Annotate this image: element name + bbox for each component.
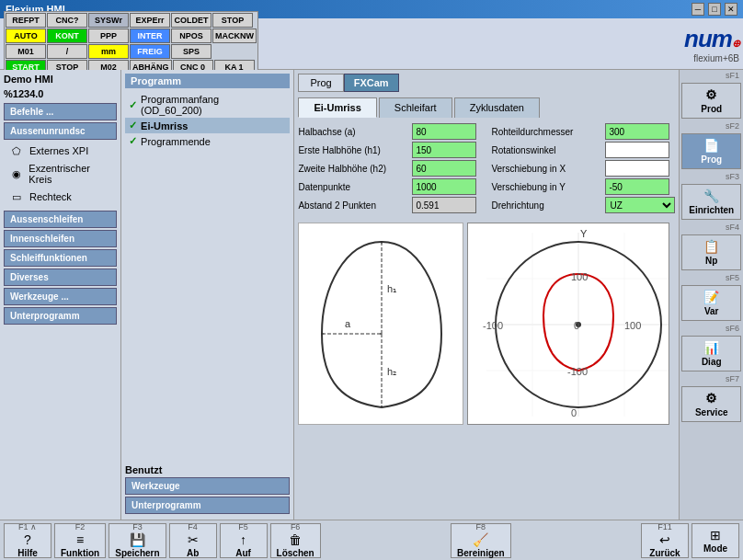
kont-button[interactable]: KONT [47, 29, 87, 43]
tab-eiumriss[interactable]: Ei-Umriss [298, 97, 376, 118]
bereinigen-label: Bereinigen [457, 548, 505, 558]
form-row-h1: Erste Halbhöhe (h1) [298, 142, 476, 158]
egg-diagram: h₁ h₂ a [298, 223, 463, 425]
auf-button[interactable]: F5 ↑ Auf [220, 523, 268, 558]
speichern-button[interactable]: F3 💾 Speichern [109, 523, 166, 558]
inter-button[interactable]: INTER [130, 29, 170, 43]
aussenschleifen-button[interactable]: Aussenschleifen [4, 211, 117, 228]
bc-prog[interactable]: Prog [298, 74, 343, 92]
macknw-button[interactable]: MACKNW [212, 29, 257, 43]
refpt-button[interactable]: REFPT [6, 13, 46, 28]
bc-fxcam[interactable]: FXCam [344, 74, 399, 92]
zuruck-button[interactable]: F11 ↩ Zurück [641, 523, 689, 558]
stop-button[interactable]: STOP [212, 13, 253, 28]
left-item-exzentrischer[interactable]: ◉ Exzentrischer Kreis [4, 161, 117, 187]
input-a[interactable] [412, 123, 476, 140]
breadcrumb: Prog FXCam [298, 74, 675, 92]
werkzeuge-button[interactable]: Werkzeuge ... [4, 288, 117, 305]
cnc-button[interactable]: CNC? [47, 13, 87, 28]
right-sidebar: sF1 ⚙ Prod sF2 📄 Prog sF3 🔧 Einrichten s… [679, 70, 743, 520]
slash-button[interactable]: / [47, 44, 87, 59]
coldet-button[interactable]: COLDET [171, 13, 211, 28]
sf1-label: sF1 [680, 70, 743, 81]
svg-text:h₁: h₁ [387, 283, 396, 294]
sps-button[interactable]: SPS [171, 44, 211, 59]
sidebar-service-button[interactable]: ⚙ Service [681, 386, 741, 422]
unterprogramm-button[interactable]: Unterprogramm [4, 307, 117, 325]
f4-label: F4 [188, 522, 198, 531]
freig-button[interactable]: FREIG [130, 44, 170, 59]
input-abstand[interactable] [412, 197, 476, 213]
input-datenpunkte[interactable] [412, 178, 476, 195]
befehle-button[interactable]: Befehle ... [4, 103, 117, 120]
unterprogramm-mid-button[interactable]: Unterprogramm [125, 497, 290, 514]
mm-button[interactable]: mm [88, 44, 129, 59]
sysw-button[interactable]: SYSWr [88, 13, 129, 28]
logo-area: num⊕ flexium+6B [684, 25, 739, 63]
left-item-label: Exzentrischer Kreis [29, 163, 113, 185]
loschen-button[interactable]: F6 🗑 Löschen [270, 523, 321, 558]
minimize-button[interactable]: ─ [692, 3, 704, 16]
diverses-button[interactable]: Diverses [4, 269, 117, 286]
prog-item-anfang[interactable]: ✓ Programmanfang(OD_60_200) [125, 92, 290, 118]
ab-button[interactable]: F4 ✂ Ab [169, 523, 217, 558]
werkzeuge-mid-button[interactable]: Werkzeuge [125, 477, 290, 495]
innenschleifen-button[interactable]: Innenschleifen [4, 230, 117, 247]
svg-text:a: a [345, 318, 351, 329]
svg-text:0: 0 [571, 407, 577, 418]
sf2-label: sF2 [680, 120, 743, 131]
svg-text:0: 0 [574, 320, 579, 331]
m01-button[interactable]: M01 [6, 44, 46, 59]
sidebar-prod-button[interactable]: ⚙ Prod [681, 83, 741, 119]
hilfe-label: Hilfe [17, 548, 38, 558]
benutzt-label: Benutzt [125, 464, 290, 475]
auto-button[interactable]: AUTO [6, 29, 46, 43]
sidebar-einrichten-button[interactable]: 🔧 Einrichten [681, 184, 741, 220]
aussenrundsc-button[interactable]: Aussenunrundsc [4, 122, 117, 140]
bereinigen-button[interactable]: F8 🧹 Bereinigen [451, 523, 511, 558]
npos-button[interactable]: NPOS [171, 29, 211, 43]
prog-item-ende[interactable]: ✓ Programmende [125, 133, 290, 149]
left-item-rechteck[interactable]: ▭ Rechteck [4, 188, 117, 206]
zuruck-icon: ↩ [659, 532, 670, 547]
form-row-a: Halbachse (a) [298, 123, 476, 140]
np-label: Np [705, 256, 717, 266]
ppp-button[interactable]: PPP [88, 29, 129, 43]
left-item-label: Externes XPI [29, 145, 88, 156]
sidebar-var-button[interactable]: 📝 Var [681, 285, 741, 321]
close-button[interactable]: ✕ [725, 3, 737, 16]
tab-schleifart[interactable]: Schleifart [379, 97, 452, 118]
sidebar-np-button[interactable]: 📋 Np [681, 234, 741, 270]
prog-item-eiumriss[interactable]: ✓ Ei-Umriss [125, 118, 290, 133]
select-drehrichtung[interactable]: UZ GUZ [605, 197, 675, 213]
form-row-rotationswinkel: Rotationswinkel [491, 142, 675, 158]
label-verschiebx: Verschiebung in X [491, 164, 601, 174]
tab-zyklusdaten[interactable]: Zyklusdaten [454, 97, 540, 118]
schleiffunktionen-button[interactable]: Schleiffunktionen [4, 249, 117, 267]
hilfe-button[interactable]: F1 ∧ ? Hilfe [4, 523, 51, 558]
input-rohteildm[interactable] [605, 123, 669, 140]
input-verschieby[interactable] [605, 178, 669, 195]
input-h1[interactable] [412, 142, 476, 158]
experr-button[interactable]: EXPErr [130, 13, 170, 28]
left-panel: Demo HMI %1234.0 Befehle ... Aussenunrun… [0, 70, 121, 520]
einrichten-icon: 🔧 [703, 189, 719, 203]
funktion-icon: ≡ [76, 532, 84, 547]
funktion-button[interactable]: F2 ≡ Funktion [54, 523, 106, 558]
f3-label: F3 [132, 522, 143, 531]
mode-button[interactable]: ⊞ Mode [692, 523, 739, 558]
zuruck-label: Zurück [649, 548, 680, 558]
sidebar-diag-button[interactable]: 📊 Diag [681, 336, 741, 371]
input-rotationswinkel[interactable] [605, 142, 669, 158]
sf5-label: sF5 [680, 272, 743, 283]
funktion-label: Funktion [61, 548, 99, 558]
sf3-label: sF3 [680, 171, 743, 182]
left-item-externes-xpi[interactable]: ⬠ Externes XPI [4, 142, 117, 160]
sf4-label: sF4 [680, 222, 743, 233]
maximize-button[interactable]: □ [708, 3, 721, 16]
sidebar-prog-button[interactable]: 📄 Prog [681, 133, 741, 169]
prog-sb-label: Prog [701, 154, 722, 165]
input-h2[interactable] [412, 160, 476, 177]
input-verschiebx[interactable] [605, 160, 669, 177]
f6-label: F6 [291, 522, 301, 531]
